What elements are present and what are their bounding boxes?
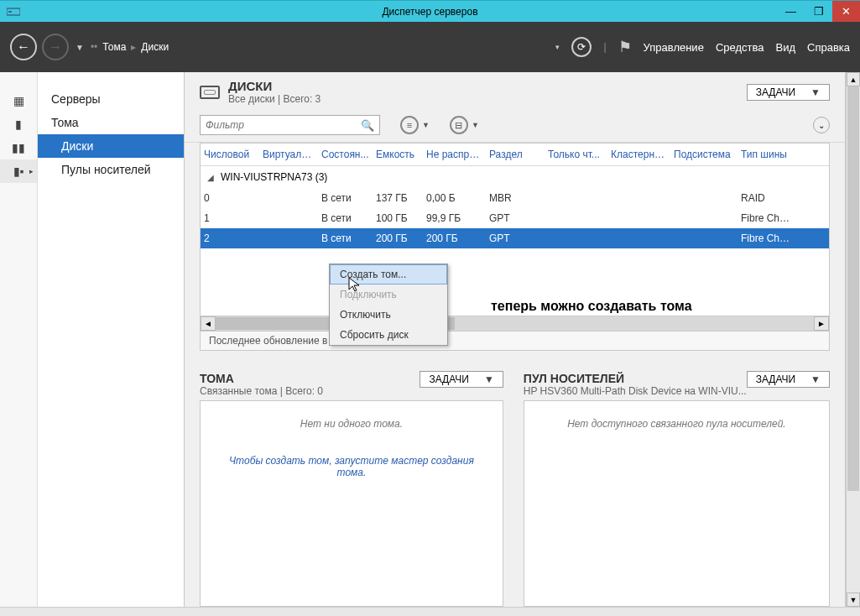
search-icon[interactable]: 🔍 xyxy=(361,119,374,132)
nav-tools[interactable]: Средства xyxy=(716,41,764,54)
disks-tasks-button[interactable]: ЗАДАЧИ ▼ xyxy=(747,84,830,101)
chevron-down-icon: ▼ xyxy=(810,86,821,98)
app-icon xyxy=(5,5,22,18)
leftbar-dashboard-icon[interactable]: ▦ xyxy=(0,89,37,112)
nav-view[interactable]: Вид xyxy=(775,41,795,54)
volumes-panel: ТОМА Связанные тома | Всего: 0 ЗАДАЧИ ▼ … xyxy=(200,371,503,607)
minimize-button[interactable]: — xyxy=(777,1,805,22)
sidebar-item-disks[interactable]: Диски xyxy=(38,134,184,158)
view-options[interactable]: ≡ ▼ xyxy=(400,116,430,134)
table-row[interactable]: 1 В сети 100 ГБ 99,9 ГБ GPT Fibre Cha... xyxy=(201,208,829,228)
filter-box[interactable]: 🔍 xyxy=(200,115,380,135)
last-refresh: Последнее обновление в 07.09.2016 15:30:… xyxy=(200,331,830,351)
nav-dropdown-icon[interactable]: ▾ xyxy=(555,43,560,51)
breadcrumb-root-icon[interactable]: •• xyxy=(91,41,97,53)
grid-header: Числовой Виртуальн... Состоян... Емкость… xyxy=(201,144,829,166)
scroll-thumb[interactable] xyxy=(847,86,859,491)
group-label: WIN-VIUSTRPNA73 (3) xyxy=(221,171,327,183)
volumes-empty-text: Нет ни одного тома. xyxy=(217,418,486,430)
col-subsystem[interactable]: Подсистема xyxy=(670,144,738,165)
nav-history-dropdown[interactable]: ▼ xyxy=(76,43,84,52)
scroll-down-icon[interactable]: ▼ xyxy=(847,593,860,607)
scroll-up-icon[interactable]: ▲ xyxy=(847,72,860,86)
cursor-icon xyxy=(347,276,362,296)
lower-panels: ТОМА Связанные тома | Всего: 0 ЗАДАЧИ ▼ … xyxy=(185,351,845,607)
navbar: ← → ▼ •• Тома ▸ Диски ▾ ⟳ | ⚑ Управление… xyxy=(0,22,860,72)
table-row-selected[interactable]: 2 В сети 200 ГБ 200 ГБ GPT Fibre Cha... xyxy=(201,228,829,248)
col-state[interactable]: Состоян... xyxy=(318,144,373,165)
breadcrumb-sep-icon: ▸ xyxy=(131,41,136,53)
leftbar-filesvc-icon[interactable]: ▮▪▸ xyxy=(0,159,37,183)
volumes-empty-box: Нет ни одного тома. Чтобы создать том, з… xyxy=(200,400,503,607)
save-icon[interactable]: ⊟ xyxy=(450,116,468,134)
breadcrumb-current: Диски xyxy=(141,41,169,53)
ctx-reset-disk[interactable]: Сбросить диск xyxy=(330,325,447,345)
chevron-down-icon[interactable]: ▼ xyxy=(422,121,430,129)
leftbar-localserver-icon[interactable]: ▮ xyxy=(0,112,37,136)
sidebar-item-volumes[interactable]: Тома xyxy=(38,111,184,134)
scroll-left-icon[interactable]: ◄ xyxy=(201,316,216,331)
pools-title: ПУЛ НОСИТЕЛЕЙ xyxy=(524,372,747,385)
volumes-title: ТОМА xyxy=(200,372,323,385)
annotation-text: теперь можно создавать тома xyxy=(491,299,692,314)
refresh-button[interactable]: ⟳ xyxy=(571,37,592,57)
pools-empty-box: Нет доступного связанного пула носителей… xyxy=(524,400,830,607)
nav-right: ▾ ⟳ | ⚑ Управление Средства Вид Справка xyxy=(555,37,850,57)
list-options-icon[interactable]: ≡ xyxy=(400,116,419,134)
chevron-right-icon: ▸ xyxy=(29,167,34,175)
pools-tasks-button[interactable]: ЗАДАЧИ ▼ xyxy=(747,371,830,388)
sidebar-item-servers[interactable]: Серверы xyxy=(38,87,184,111)
pools-empty-text: Нет доступного связанного пула носителей… xyxy=(541,418,812,430)
ctx-disconnect[interactable]: Отключить xyxy=(330,305,447,325)
maximize-button[interactable]: ❐ xyxy=(805,1,832,22)
sidebar-item-pools[interactable]: Пулы носителей xyxy=(38,158,184,181)
nav-separator: | xyxy=(603,41,606,53)
window-buttons: — ❐ ✕ xyxy=(777,1,860,22)
col-unalloc[interactable]: Не распре... xyxy=(423,144,486,165)
nav-back-button[interactable]: ← xyxy=(10,34,37,60)
scroll-track[interactable] xyxy=(847,86,860,593)
col-partition[interactable]: Раздел xyxy=(486,144,545,165)
disks-title: ДИСКИ xyxy=(228,79,321,93)
col-capacity[interactable]: Емкость xyxy=(373,144,423,165)
nav-help[interactable]: Справка xyxy=(807,41,850,54)
disks-subtitle: Все диски | Всего: 3 xyxy=(228,93,321,105)
table-row[interactable]: 0 В сети 137 ГБ 0,00 Б MBR RAID xyxy=(201,188,829,208)
tasks-label: ЗАДАЧИ xyxy=(756,86,795,98)
volumes-tasks-button[interactable]: ЗАДАЧИ ▼ xyxy=(420,371,503,388)
col-virtual[interactable]: Виртуальн... xyxy=(259,144,318,165)
vertical-scrollbar[interactable]: ▲ ▼ xyxy=(846,72,860,607)
notifications-icon[interactable]: ⚑ xyxy=(618,38,632,56)
svg-rect-1 xyxy=(8,11,12,13)
col-clustered[interactable]: Кластерный xyxy=(607,144,670,165)
scroll-track[interactable] xyxy=(216,316,814,331)
titlebar: Диспетчер серверов — ❐ ✕ xyxy=(0,0,860,22)
filter-input[interactable] xyxy=(206,119,361,131)
horizontal-scrollbar[interactable]: ◄ ► xyxy=(201,316,829,331)
col-readonly[interactable]: Только чт... xyxy=(545,144,607,165)
volumes-hint-link[interactable]: Чтобы создать том, запустите мастер созд… xyxy=(217,455,486,478)
breadcrumb-parent[interactable]: Тома xyxy=(102,41,126,53)
group-row[interactable]: ◢ WIN-VIUSTRPNA73 (3) xyxy=(201,166,829,188)
close-button[interactable]: ✕ xyxy=(832,1,860,22)
expand-button[interactable]: ⌄ xyxy=(813,117,830,133)
col-number[interactable]: Числовой xyxy=(201,144,259,165)
leftbar-allservers-icon[interactable]: ▮▮ xyxy=(0,136,37,159)
breadcrumb: •• Тома ▸ Диски xyxy=(91,41,169,53)
volumes-subtitle: Связанные тома | Всего: 0 xyxy=(200,385,323,397)
nav-manage[interactable]: Управление xyxy=(644,41,704,54)
chevron-down-icon: ▼ xyxy=(484,373,494,385)
content: ДИСКИ Все диски | Всего: 3 ЗАДАЧИ ▼ 🔍 ≡ … xyxy=(185,72,846,607)
chevron-down-icon[interactable]: ▼ xyxy=(472,121,479,129)
disk-icon xyxy=(200,86,220,99)
nav-forward-button: → xyxy=(42,34,69,60)
scroll-right-icon[interactable]: ► xyxy=(814,316,829,331)
leftbar: ▦ ▮ ▮▮ ▮▪▸ xyxy=(0,72,38,607)
collapse-icon[interactable]: ◢ xyxy=(207,173,214,182)
disks-header: ДИСКИ Все диски | Всего: 3 ЗАДАЧИ ▼ xyxy=(185,72,845,108)
chevron-down-icon: ▼ xyxy=(810,373,821,385)
save-options[interactable]: ⊟ ▼ xyxy=(450,116,479,134)
col-bustype[interactable]: Тип шины xyxy=(738,144,796,165)
bottom-strip xyxy=(0,607,860,616)
sidebar: Серверы Тома Диски Пулы носителей xyxy=(38,72,185,607)
